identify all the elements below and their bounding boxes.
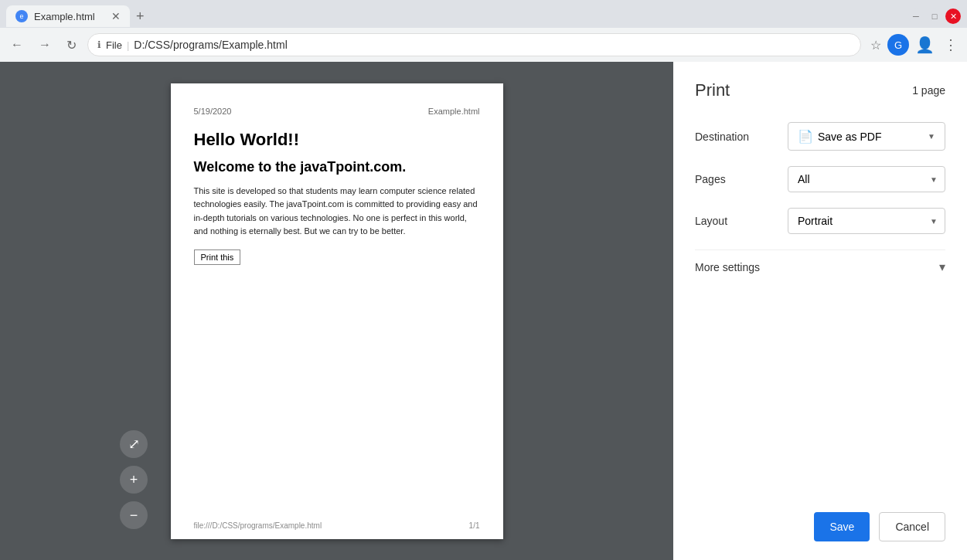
destination-selector[interactable]: 📄 Save as PDF ▼ xyxy=(788,122,945,151)
print-preview-pane: 5/19/2020 Example.html Hello World!! Wel… xyxy=(0,62,673,560)
cancel-button[interactable]: Cancel xyxy=(879,512,945,541)
preview-filename: Example.html xyxy=(428,107,480,116)
preview-body: This site is developed so that students … xyxy=(194,185,480,239)
pages-setting-label: Pages xyxy=(695,173,788,185)
preview-footer-page: 1/1 xyxy=(469,521,480,530)
more-settings-label: More settings xyxy=(695,261,760,273)
settings-actions: Save Cancel xyxy=(695,500,945,541)
address-separator: | xyxy=(127,39,129,51)
destination-label: Destination xyxy=(695,131,788,143)
window-controls: ─ □ ✕ xyxy=(908,8,961,24)
title-bar: e Example.html ✕ + ─ □ ✕ xyxy=(0,0,967,28)
preview-controls: ⤢ + − xyxy=(120,430,148,529)
more-settings-row[interactable]: More settings ▾ xyxy=(695,249,945,283)
destination-chevron-icon: ▼ xyxy=(928,132,935,141)
zoom-in-button[interactable]: + xyxy=(120,466,148,494)
pages-select[interactable]: All Custom xyxy=(788,166,945,192)
address-bar: ← → ↻ ℹ File | D:/CSS/programs/Example.h… xyxy=(0,28,967,62)
bookmark-button[interactable]: ☆ xyxy=(867,35,884,56)
destination-value: Save as PDF xyxy=(818,131,923,143)
address-actions: ☆ G 👤 ⋮ xyxy=(867,32,961,57)
zoom-out-button[interactable]: − xyxy=(120,501,148,529)
destination-row: Destination 📄 Save as PDF ▼ xyxy=(695,122,945,151)
security-info-icon[interactable]: ℹ xyxy=(97,39,101,50)
menu-button[interactable]: ⋮ xyxy=(941,33,961,56)
settings-header: Print 1 page xyxy=(695,80,945,100)
minimize-button[interactable]: ─ xyxy=(908,8,924,24)
layout-row: Layout Portrait Landscape xyxy=(695,208,945,234)
save-button[interactable]: Save xyxy=(814,512,870,541)
browser-chrome: e Example.html ✕ + ─ □ ✕ ← → ↻ ℹ File | … xyxy=(0,0,967,63)
pages-select-wrapper: All Custom xyxy=(788,166,945,192)
forward-button[interactable]: → xyxy=(34,35,56,55)
active-tab[interactable]: e Example.html ✕ xyxy=(6,5,130,27)
layout-select-wrapper: Portrait Landscape xyxy=(788,208,945,234)
preview-date: 5/19/2020 xyxy=(194,107,232,116)
close-button[interactable]: ✕ xyxy=(945,8,961,24)
more-settings-chevron-icon: ▾ xyxy=(939,260,945,274)
print-overlay: 5/19/2020 Example.html Hello World!! Wel… xyxy=(0,62,967,560)
restore-button[interactable]: □ xyxy=(927,8,942,24)
print-settings-pane: Print 1 page Destination 📄 Save as PDF ▼… xyxy=(673,62,967,560)
fit-to-screen-button[interactable]: ⤢ xyxy=(120,430,148,458)
tab-favicon: e xyxy=(15,10,28,22)
preview-header: 5/19/2020 Example.html xyxy=(194,107,480,116)
layout-select[interactable]: Portrait Landscape xyxy=(788,208,945,234)
account-button[interactable]: 👤 xyxy=(912,32,938,57)
pdf-icon: 📄 xyxy=(798,129,813,144)
tab-close-button[interactable]: ✕ xyxy=(111,10,121,22)
address-file-label: File xyxy=(106,39,122,51)
settings-title: Print xyxy=(695,80,730,100)
back-button[interactable]: ← xyxy=(6,35,28,55)
new-tab-button[interactable]: + xyxy=(130,5,151,28)
settings-pages-count: 1 page xyxy=(912,84,945,97)
layout-label: Layout xyxy=(695,215,788,227)
tab-title: Example.html xyxy=(34,11,95,22)
reload-button[interactable]: ↻ xyxy=(62,35,81,56)
preview-print-btn[interactable]: Print this xyxy=(194,249,241,265)
pages-row: Pages All Custom xyxy=(695,166,945,192)
address-path: D:/CSS/programs/Example.html xyxy=(134,39,851,51)
profile-button[interactable]: G xyxy=(887,34,909,56)
preview-footer: file:///D:/CSS/programs/Example.html 1/1 xyxy=(194,521,480,530)
preview-h2: Welcome to the javaTpoint.com. xyxy=(194,159,480,175)
address-input-wrapper[interactable]: ℹ File | D:/CSS/programs/Example.html xyxy=(87,33,861,56)
preview-h1: Hello World!! xyxy=(194,130,480,150)
settings-spacer xyxy=(695,283,945,500)
print-preview-paper: 5/19/2020 Example.html Hello World!! Wel… xyxy=(171,83,503,539)
preview-footer-path: file:///D:/CSS/programs/Example.html xyxy=(194,521,322,530)
